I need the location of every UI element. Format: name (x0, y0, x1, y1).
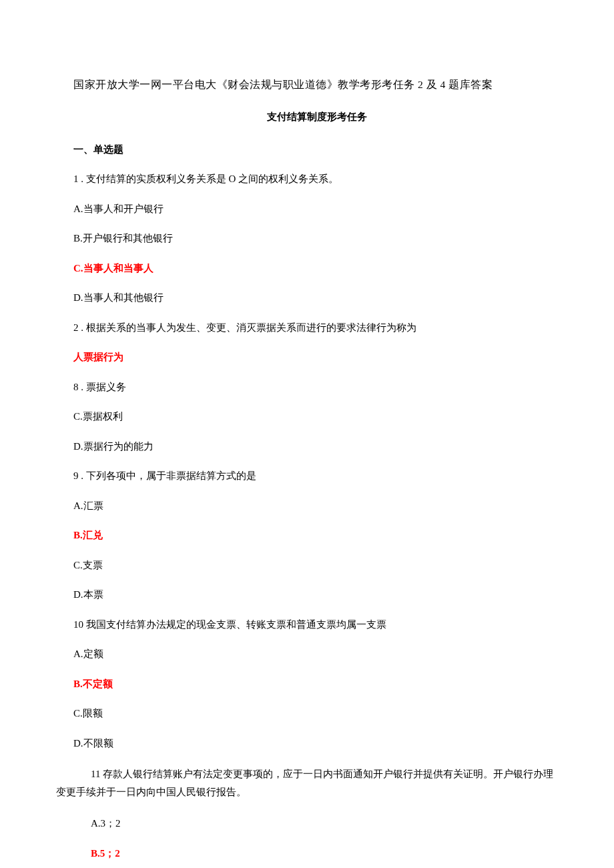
option-b: 8 . 票据义务 (73, 380, 561, 395)
question-prompt-line1: 11 存款人银行结算账户有法定变更事项的，应于一日内书面通知开户银行并提供有关证… (73, 765, 553, 783)
option-c: C.票据权利 (73, 409, 561, 424)
option-d: D.当事人和其他银行 (73, 290, 561, 306)
option-c: C.限额 (73, 706, 561, 721)
question-prompt: 1 . 支付结算的实质权利义务关系是 O 之间的权利义务关系。 (73, 171, 561, 187)
document-subtitle: 支付结算制度形考任务 (73, 109, 561, 125)
option-a: A.3；2 (73, 816, 561, 831)
option-a: A.当事人和开户银行 (73, 201, 561, 217)
option-b-answer: B.不定额 (73, 677, 561, 692)
question-prompt: 2 . 根据关系的当事人为发生、变更、消灭票据关系而进行的要求法律行为称为 (73, 320, 561, 336)
option-a-answer: 人票据行为 (73, 350, 561, 365)
question-prompt: 11 存款人银行结算账户有法定变更事项的，应于一日内书面通知开户银行并提供有关证… (73, 765, 561, 801)
option-a: A.汇票 (73, 498, 561, 514)
question-prompt-line2: 变更手续并于一日内向中国人民银行报告。 (56, 787, 246, 797)
option-c: C.支票 (73, 558, 561, 573)
option-d: D.本票 (73, 587, 561, 602)
document-title: 国家开放大学一网一平台电大《财会法规与职业道德》教学考形考任务 2 及 4 题库… (73, 77, 561, 92)
option-b-answer: B.5；2 (73, 846, 561, 861)
option-c-answer: C.当事人和当事人 (73, 261, 561, 276)
question-prompt: 9 . 下列各项中，属于非票据结算方式的是 (73, 468, 561, 484)
option-d: D.不限额 (73, 736, 561, 751)
option-b-answer: B.汇兑 (73, 528, 561, 543)
question-prompt: 10 我国支付结算办法规定的现金支票、转账支票和普通支票均属一支票 (73, 617, 561, 632)
option-d: D.票据行为的能力 (73, 439, 561, 454)
option-a: A.定额 (73, 646, 561, 662)
section-heading: 一、单选题 (73, 142, 561, 157)
option-b: B.开户银行和其他银行 (73, 231, 561, 246)
